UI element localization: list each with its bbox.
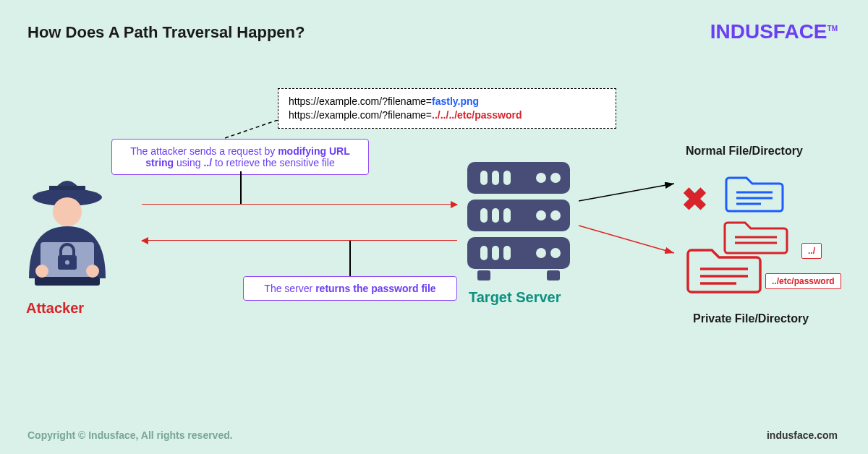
- brand-tm: TM: [827, 25, 838, 33]
- url-example-box: https://example.com/?filename=fastly.png…: [278, 88, 616, 129]
- attacker-label: Attacker: [26, 300, 84, 317]
- footer-site: indusface.com: [767, 429, 838, 441]
- callout-top-post: to retrieve the sensitive file: [212, 157, 335, 168]
- svg-rect-1: [49, 186, 85, 190]
- svg-rect-13: [492, 171, 499, 185]
- svg-point-22: [550, 173, 561, 183]
- svg-rect-20: [503, 246, 511, 260]
- svg-point-24: [550, 210, 561, 220]
- svg-point-23: [536, 210, 546, 220]
- normal-file-label: Normal File/Directory: [686, 145, 803, 158]
- arrow-request: [142, 204, 457, 205]
- svg-point-7: [35, 265, 48, 278]
- footer-copyright: Copyright © Indusface, All rights reserv…: [27, 429, 233, 441]
- arrow-to-normal-file: [579, 182, 680, 204]
- blocked-cross-icon: ✖: [681, 181, 708, 218]
- connector-line-top: [240, 171, 242, 204]
- svg-point-25: [536, 248, 546, 258]
- svg-rect-27: [477, 270, 490, 280]
- callout-server-response: The server returns the password file: [243, 276, 457, 301]
- url-prefix-1: https://example.com/?filename=: [289, 95, 432, 107]
- svg-rect-28: [547, 270, 560, 280]
- url-prefix-2: https://example.com/?filename=: [289, 109, 432, 121]
- callout-top-bold2: ../: [203, 157, 212, 168]
- callout-top-pre: The attacker sends a request by: [130, 145, 278, 157]
- url-value-attack: ../../../etc/password: [432, 109, 522, 121]
- server-label: Target Server: [469, 289, 561, 306]
- private-file-label: Private File/Directory: [693, 312, 809, 325]
- callout-top-mid: using: [174, 157, 203, 168]
- svg-point-2: [53, 197, 82, 226]
- svg-point-6: [65, 260, 69, 265]
- svg-line-29: [579, 184, 674, 201]
- private-folder-large-icon: [686, 239, 765, 296]
- server-illustration: [461, 159, 576, 282]
- url-line-normal: https://example.com/?filename=fastly.png: [289, 95, 605, 108]
- brand-logo: INDUSFACETM: [710, 20, 838, 43]
- arrow-to-private-file: [579, 224, 680, 257]
- svg-rect-17: [503, 208, 511, 223]
- svg-point-26: [550, 248, 561, 258]
- attacker-illustration: [13, 170, 122, 293]
- url-line-attack: https://example.com/?filename=../../../e…: [289, 108, 605, 122]
- path-chip-etcpassword: ../etc/password: [765, 273, 841, 289]
- svg-rect-18: [480, 246, 488, 260]
- url-value-normal: fastly.png: [432, 95, 479, 107]
- callout-bottom-pre: The server: [264, 283, 315, 294]
- callout-attacker-request: The attacker sends a request by modifyin…: [111, 139, 369, 175]
- svg-rect-14: [503, 171, 511, 185]
- arrow-response: [142, 240, 457, 241]
- svg-rect-15: [480, 208, 488, 223]
- brand-name: INDUSFACE: [710, 20, 827, 43]
- svg-rect-4: [35, 277, 100, 286]
- page-title: How Does A Path Traversal Happen?: [27, 23, 305, 42]
- callout-bottom-bold: returns the password file: [315, 283, 435, 294]
- normal-folder-icon: [725, 168, 786, 214]
- svg-rect-16: [492, 208, 499, 223]
- svg-rect-12: [480, 171, 488, 185]
- svg-line-30: [579, 226, 674, 253]
- path-chip-dotslash: ../: [801, 243, 822, 259]
- svg-rect-19: [492, 246, 499, 260]
- svg-point-8: [86, 265, 99, 278]
- svg-point-21: [536, 173, 546, 183]
- connector-line-bottom: [349, 241, 351, 276]
